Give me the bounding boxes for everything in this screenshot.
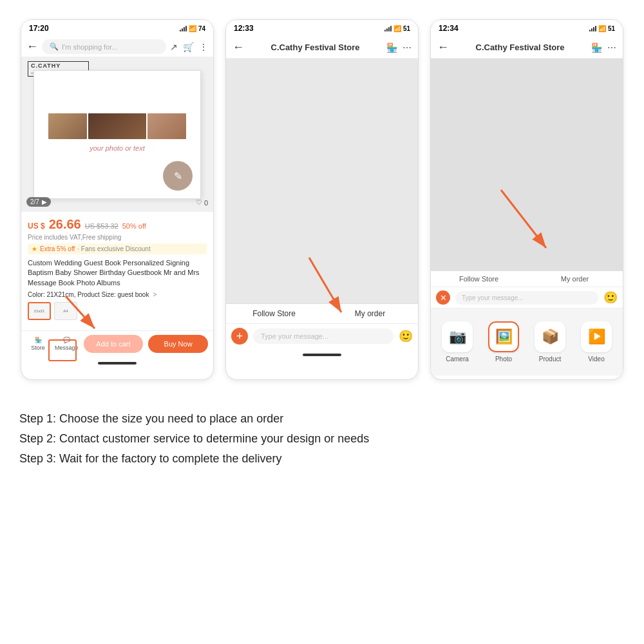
camera-icon: 📷 — [449, 328, 466, 345]
phone2-message-input[interactable]: Type your message... — [253, 328, 393, 344]
price-line: US $ 26.66 US $53.32 50% off — [28, 217, 207, 232]
battery3-label: 51 — [608, 25, 615, 32]
follow-store-tab[interactable]: Follow Store — [226, 304, 322, 323]
phone3-order-tab[interactable]: My order — [527, 271, 623, 287]
shop3-icon[interactable]: 🏪 — [591, 43, 602, 53]
swatch-1[interactable]: 21x21 — [28, 302, 51, 320]
emoji3-icon[interactable]: 🙂 — [603, 290, 618, 305]
swatch-2[interactable]: A4 — [54, 302, 77, 320]
battery2-label: 51 — [403, 25, 410, 32]
camera-item[interactable]: 📷 Camera — [434, 315, 480, 369]
photo-strip-1 — [48, 113, 87, 139]
photo-strip-2 — [88, 113, 146, 139]
message-btn-highlight — [48, 339, 77, 361]
product-title: Custom Wedding Guest Book Personalized S… — [28, 258, 207, 288]
battery-label: 74 — [198, 25, 205, 32]
product-label: Product — [539, 355, 561, 363]
media-grid: 📷 Camera 🖼️ Photo 📦 — [431, 308, 623, 375]
store-button[interactable]: 🏪 Store — [26, 337, 50, 351]
product-item[interactable]: 📦 Product — [527, 315, 573, 369]
close-button[interactable]: ✕ — [436, 290, 450, 305]
store-icon: 🏪 — [35, 337, 42, 343]
phone3-tabs: Follow Store My order — [431, 271, 623, 287]
product-icon-circle: 📦 — [535, 321, 565, 352]
phone3-message-input[interactable]: Type your message... — [455, 291, 598, 305]
phone3-nav: ← C.Cathy Festival Store 🏪 ⋯ — [431, 37, 623, 59]
back3-icon[interactable]: ← — [437, 41, 449, 54]
phones-section: 17:20 📶 74 ← — [0, 0, 644, 393]
step2: Step 2: Contact customer service to dete… — [19, 432, 625, 446]
phone1-status-bar: 17:20 📶 74 — [21, 20, 213, 37]
phone3-frame: 12:34 📶 51 ← C.Cath — [430, 19, 623, 380]
price-currency: US $ — [28, 222, 45, 231]
video-icon: ▶️ — [588, 328, 605, 345]
back-icon[interactable]: ← — [26, 40, 38, 53]
price-original: US $53.32 — [85, 222, 118, 230]
photo-label: Photo — [495, 355, 512, 363]
more-icon[interactable]: ⋮ — [199, 42, 208, 52]
cart-icon[interactable]: 🛒 — [183, 42, 194, 52]
image-counter: 2/7 ▶ — [26, 197, 51, 207]
photo-strip-3 — [147, 113, 186, 139]
phone3-follow-tab[interactable]: Follow Store — [431, 271, 527, 287]
phone3-content — [431, 59, 623, 271]
more2-icon[interactable]: ⋯ — [402, 43, 412, 53]
product-main-image: your photo or text ✎ — [33, 70, 201, 199]
search-icon: 🔍 — [50, 43, 59, 51]
search-bar[interactable]: 🔍 I'm shopping for... — [42, 39, 166, 54]
signal3-icon — [589, 25, 596, 32]
chat-bottom-area: Follow Store My order ✕ Type your messag… — [431, 271, 623, 375]
star-icon: ★ — [32, 245, 37, 252]
camera-label: Camera — [446, 355, 469, 363]
product-info: US $ 26.66 US $53.32 50% off Price inclu… — [21, 212, 213, 330]
phone1-frame: 17:20 📶 74 ← — [21, 19, 214, 380]
phone2-store-name: C.Cathy Festival Store — [271, 43, 360, 52]
phone3-home-indicator — [431, 375, 623, 380]
phone2-home-bar — [303, 354, 341, 356]
wifi3-icon: 📶 — [598, 25, 606, 32]
phone1-nav: ← 🔍 I'm shopping for... ↗ 🛒 ⋮ — [21, 37, 213, 57]
color-label: Color: 21X21cm, Product Size: guest book — [28, 291, 149, 298]
phone2-nav-icons: 🏪 ⋯ — [386, 43, 412, 53]
photo-collage — [48, 113, 186, 139]
color-swatches: 21x21 A4 — [28, 302, 207, 320]
chevron-icon: > — [153, 291, 156, 298]
shop2-icon[interactable]: 🏪 — [386, 43, 397, 53]
store-content-area — [226, 59, 418, 303]
play-icon: ▶ — [42, 198, 47, 205]
share-icon[interactable]: ↗ — [170, 42, 178, 52]
phone2-nav: ← C.Cathy Festival Store 🏪 ⋯ — [226, 37, 418, 59]
emoji2-icon[interactable]: 🙂 — [399, 329, 413, 343]
back2-icon[interactable]: ← — [232, 41, 244, 54]
circle-photo: ✎ — [162, 160, 194, 192]
counter-text: 2/7 — [30, 198, 39, 205]
price-main: 26.66 — [49, 217, 81, 232]
buy-now-button[interactable]: Buy Now — [148, 335, 208, 353]
phone1-status-icons: 📶 74 — [180, 25, 205, 32]
search-placeholder: I'm shopping for... — [62, 43, 117, 51]
color-select[interactable]: Color: 21X21cm, Product Size: guest book… — [28, 291, 207, 298]
more3-icon[interactable]: ⋯ — [607, 43, 616, 53]
phone2-status-icons: 📶 51 — [384, 25, 410, 32]
step3: Step 3: Wait for the factory to complete… — [19, 452, 625, 466]
phone2-message-bar: + Type your message... 🙂 — [226, 323, 418, 348]
count-text: 0 — [204, 199, 208, 207]
my-order-tab[interactable]: My order — [322, 304, 418, 323]
discount-line: ★ Extra 5% off · Fans exclusive Discount — [28, 243, 207, 254]
shipping-info: Price includes VAT,Free shipping — [28, 234, 207, 241]
video-label: Video — [588, 355, 604, 363]
phone3-store-name: C.Cathy Festival Store — [476, 43, 565, 52]
phone3-message-row: ✕ Type your message... 🙂 — [431, 287, 623, 308]
phone3-time: 12:34 — [439, 24, 459, 33]
store-label: Store — [31, 345, 45, 351]
video-icon-circle: ▶️ — [581, 321, 612, 352]
plus-button[interactable]: + — [231, 328, 248, 345]
add-to-cart-button[interactable]: Add to cart — [84, 335, 144, 353]
photo-icon: 🖼️ — [495, 328, 513, 345]
phone3-status-icons: 📶 51 — [589, 25, 615, 32]
video-item[interactable]: ▶️ Video — [573, 315, 620, 369]
home-bar — [98, 362, 137, 365]
photo-item[interactable]: 🖼️ Photo — [480, 315, 527, 369]
product-image-area: C.CATHY— FESTIVAL STORE — your photo or … — [21, 57, 213, 212]
follow-tabs: Follow Store My order — [226, 303, 418, 323]
